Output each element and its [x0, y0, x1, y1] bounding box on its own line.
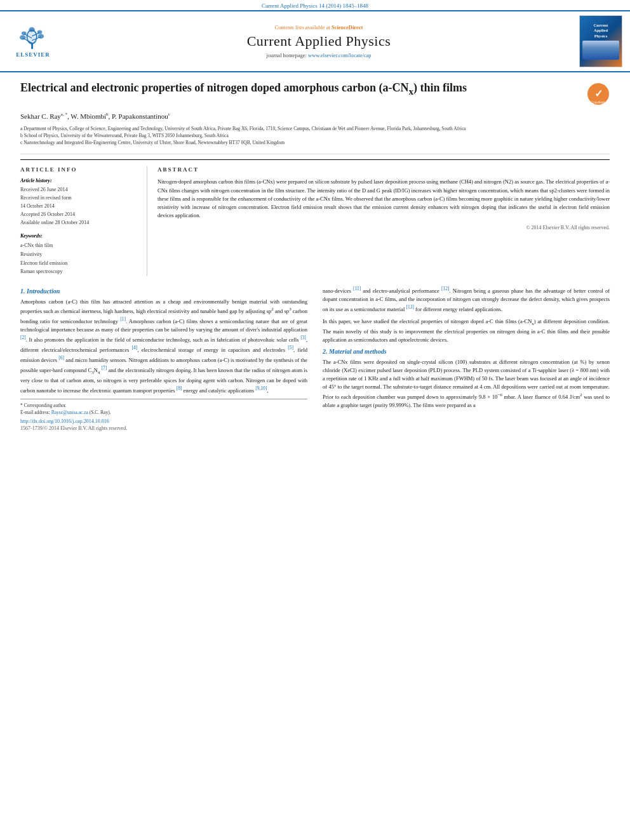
- svg-point-9: [21, 31, 26, 35]
- keyword-1: a-CNx thin film: [20, 241, 138, 250]
- section-2-heading: 2. Material and methods: [323, 348, 610, 355]
- body-content: 1. Introduction Amorphous carbon (a-C) t…: [20, 285, 610, 432]
- footnote-section: * Corresponding author. E-mail address: …: [20, 399, 307, 417]
- available-date: Available online 28 October 2014: [20, 219, 138, 227]
- author-c: P. Papakonstantinou: [112, 112, 168, 120]
- section-2-para-1: The a-CNx films were deposited on single…: [323, 358, 610, 410]
- svg-text:CrossMark: CrossMark: [591, 101, 606, 104]
- article-info-label: ARTICLE INFO: [20, 166, 138, 173]
- article-history-label: Article history:: [20, 178, 138, 183]
- crossmark-icon: ✓ CrossMark: [587, 83, 610, 105]
- keyword-3: Electron field emission: [20, 259, 138, 268]
- journal-header: ELSEVIER Contents lists available at Sci…: [0, 10, 630, 72]
- svg-point-7: [20, 35, 26, 40]
- right-para-2: In this paper, we have studied the elect…: [323, 317, 610, 344]
- affiliation-c: c Nanotechnology and Integrated Bio-Engi…: [20, 139, 610, 146]
- affiliations: a Department of Physics, College of Scie…: [20, 125, 610, 147]
- article-info-abstract-section: ARTICLE INFO Article history: Received 2…: [20, 159, 610, 276]
- revised-label: Received in revised form: [20, 194, 138, 203]
- science-direct-link[interactable]: ScienceDirect: [332, 24, 363, 30]
- abstract-text: Nitrogen-doped amorphous carbon thin fil…: [158, 178, 610, 220]
- svg-point-8: [37, 34, 44, 39]
- right-para-1: nano-devices [11] and electro-analytical…: [323, 285, 610, 314]
- svg-point-10: [37, 30, 42, 34]
- author-a: Sekhar C. Ray: [20, 112, 61, 120]
- elsevier-logo: ELSEVIER: [8, 25, 58, 58]
- doi-copyright: 1567-1739/© 2014 Elsevier B.V. All right…: [20, 425, 307, 431]
- article-title-section: Electrical and electronic properties of …: [20, 80, 610, 105]
- article-title: Electrical and electronic properties of …: [20, 80, 580, 98]
- author-b: W. Mbiombi: [70, 112, 106, 120]
- doi-url[interactable]: http://dx.doi.org/10.1016/j.cap.2014.10.…: [20, 418, 307, 424]
- journal-homepage: journal homepage: www.elsevier.com/locat…: [65, 52, 573, 58]
- main-content: Electrical and electronic properties of …: [0, 72, 630, 439]
- affiliation-a: a Department of Physics, College of Scie…: [20, 125, 610, 132]
- keyword-4: Raman spectroscopy: [20, 267, 138, 276]
- top-banner: Current Applied Physics 14 (2014) 1845–1…: [0, 0, 630, 10]
- accepted-date: Accepted 26 October 2014: [20, 211, 138, 219]
- footnote-email-detail: (S.C. Ray).: [90, 410, 111, 415]
- science-direct-line: Contents lists available at ScienceDirec…: [65, 24, 573, 30]
- journal-citation: Current Applied Physics 14 (2014) 1845–1…: [262, 3, 368, 9]
- abstract-label: ABSTRACT: [158, 166, 610, 173]
- journal-title: Current Applied Physics: [65, 30, 573, 52]
- footnote-email: E-mail address: Raysc@unisa.ac.za (S.C. …: [20, 409, 307, 416]
- elsevier-tree-icon: [16, 25, 51, 50]
- affiliation-b: b School of Physics, University of the W…: [20, 132, 610, 139]
- body-left-column: 1. Introduction Amorphous carbon (a-C) t…: [20, 285, 312, 432]
- elsevier-label: ELSEVIER: [16, 51, 50, 58]
- divider-1: [20, 154, 610, 154]
- footnote-corresponding: * Corresponding author.: [20, 402, 307, 409]
- authors-line: Sekhar C. Raya, *, W. Mbiombib, P. Papak…: [20, 112, 610, 120]
- section-1-heading: 1. Introduction: [20, 288, 307, 295]
- keyword-2: Resistivity: [20, 250, 138, 259]
- footnote-email-address[interactable]: Raysc@unisa.ac.za: [51, 410, 88, 415]
- keywords-label: Keywords:: [20, 233, 138, 239]
- svg-point-11: [29, 27, 35, 32]
- body-right-column: nano-devices [11] and electro-analytical…: [323, 285, 610, 432]
- journal-header-center: Contents lists available at ScienceDirec…: [65, 24, 573, 58]
- article-info-column: ARTICLE INFO Article history: Received 2…: [20, 166, 147, 276]
- section-1-para-1: Amorphous carbon (a-C) thin film has att…: [20, 298, 307, 395]
- journal-cover-image: CurrentAppliedPhysics: [579, 15, 622, 67]
- abstract-column: ABSTRACT Nitrogen-doped amorphous carbon…: [158, 166, 610, 276]
- received-date: Received 26 June 2014: [20, 186, 138, 194]
- svg-text:✓: ✓: [594, 88, 603, 99]
- homepage-link[interactable]: www.elsevier.com/locate/cap: [308, 52, 372, 58]
- abstract-copyright: © 2014 Elsevier B.V. All rights reserved…: [158, 225, 610, 230]
- revised-date: 14 October 2014: [20, 203, 138, 211]
